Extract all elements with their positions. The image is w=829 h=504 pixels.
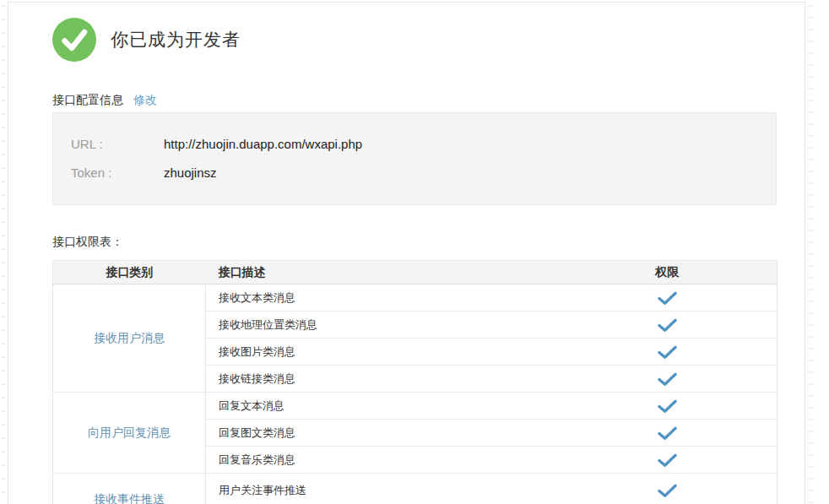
description-cell: 回复文本消息 xyxy=(206,393,558,420)
config-section-title: 接口配置信息 xyxy=(52,93,123,106)
header-permission: 权限 xyxy=(558,261,778,285)
success-check-circle-icon xyxy=(52,18,96,62)
page: 你已成为开发者 接口配置信息修改 URL :http://zhuojin.dua… xyxy=(0,0,829,504)
header-description: 接口描述 xyxy=(206,261,558,285)
config-box: URL :http://zhuojin.duapp.com/wxapi.php … xyxy=(52,112,777,205)
url-label: URL : xyxy=(71,134,164,154)
permission-cell xyxy=(558,366,778,393)
category-cell-receive-messages: 接收用户消息 xyxy=(53,285,206,393)
permission-cell xyxy=(558,474,778,504)
url-row: URL :http://zhuojin.duapp.com/wxapi.php xyxy=(71,134,776,154)
permission-cell xyxy=(558,285,778,312)
description-cell: 接收文本类消息 xyxy=(206,285,558,312)
left-edge-ticks xyxy=(2,5,6,504)
check-icon xyxy=(658,399,677,413)
table-row: 向用户回复消息 回复文本消息 xyxy=(53,393,778,420)
permission-cell xyxy=(558,339,778,366)
check-icon xyxy=(658,318,677,332)
category-cell-event-push: 接收事件推送 xyxy=(53,474,206,504)
category-cell-reply-messages: 向用户回复消息 xyxy=(53,393,206,474)
permission-cell xyxy=(558,393,778,420)
description-cell: 用户关注事件推送 xyxy=(206,474,558,504)
header-category: 接口类别 xyxy=(53,261,206,285)
description-cell: 回复音乐类消息 xyxy=(206,447,558,474)
check-icon xyxy=(658,291,677,305)
token-label: Token : xyxy=(71,163,164,183)
success-banner: 你已成为开发者 xyxy=(52,18,241,62)
right-edge-line xyxy=(805,2,805,504)
config-section-header: 接口配置信息修改 xyxy=(52,93,157,108)
edit-link[interactable]: 修改 xyxy=(133,93,157,106)
check-icon xyxy=(658,453,677,467)
check-icon xyxy=(658,484,677,497)
permission-table: 接口类别 接口描述 权限 接收用户消息 接收文本类消息 接收地理位置类消息 接收… xyxy=(52,260,778,504)
table-row: 接收用户消息 接收文本类消息 xyxy=(53,285,778,312)
description-cell: 回复图文类消息 xyxy=(206,420,558,447)
check-icon xyxy=(658,372,677,386)
table-header-row: 接口类别 接口描述 权限 xyxy=(53,261,778,285)
left-edge-line xyxy=(8,2,8,504)
permission-cell xyxy=(558,420,778,447)
description-cell: 接收链接类消息 xyxy=(206,366,558,393)
token-row: Token :zhuojinsz xyxy=(71,163,776,183)
page-title: 你已成为开发者 xyxy=(111,28,241,51)
description-cell: 接收地理位置类消息 xyxy=(206,312,558,339)
description-cell: 接收图片类消息 xyxy=(206,339,558,366)
check-icon xyxy=(658,345,677,359)
permission-cell xyxy=(558,447,778,474)
right-edge-ticks xyxy=(808,5,813,504)
permission-table-title: 接口权限表： xyxy=(52,235,123,250)
table-row: 接收事件推送 用户关注事件推送 xyxy=(53,474,778,504)
url-value: http://zhuojin.duapp.com/wxapi.php xyxy=(164,137,362,151)
check-icon xyxy=(658,426,677,440)
permission-cell xyxy=(558,312,778,339)
token-value: zhuojinsz xyxy=(164,165,217,180)
page-top-border xyxy=(8,2,805,3)
